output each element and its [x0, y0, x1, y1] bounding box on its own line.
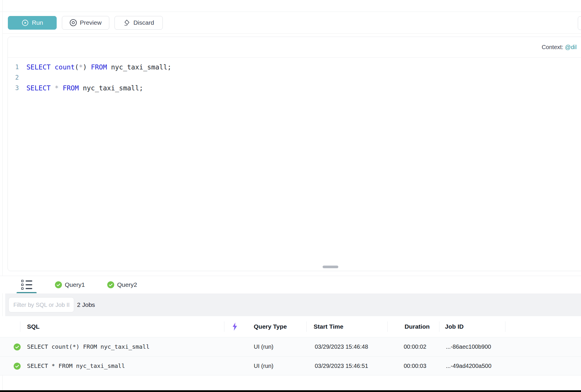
eraser-icon [123, 19, 130, 26]
header-start-time: Start Time [314, 316, 343, 337]
clipped-toolbar-button[interactable] [578, 16, 581, 30]
header-job-id: Job ID [445, 316, 464, 337]
preview-icon [70, 19, 77, 26]
success-check-icon [107, 281, 114, 288]
jobs-table-header: SQL Query Type Start Time Duration Job I… [0, 316, 581, 337]
discard-button-label: Discard [133, 19, 154, 26]
context-caption: Context: @dil [542, 44, 577, 51]
table-row[interactable]: SELECT * FROM nyc_taxi_small UI (run) 03… [0, 356, 581, 375]
sql-editor-card: Context: @dil 1 SELECT count(*) FROM nyc… [8, 37, 581, 271]
active-tab-underline [17, 292, 37, 293]
header-query-type: Query Type [254, 316, 287, 337]
tab-query1[interactable]: Query1 [55, 276, 85, 293]
header-duration: Duration [405, 316, 430, 337]
column-resize-handle [387, 321, 388, 332]
play-circle-icon [22, 19, 29, 26]
jobs-count: 2 Jobs [77, 293, 95, 316]
cell-start-time: 03/29/2023 15:46:48 [315, 337, 368, 356]
jobs-table: SQL Query Type Start Time Duration Job I… [0, 316, 581, 375]
panel-resize-handle[interactable] [323, 266, 338, 268]
success-check-icon [14, 343, 21, 350]
tab-label: Query1 [65, 281, 85, 288]
column-resize-handle [20, 321, 20, 332]
code-lines: 1 SELECT count(*) FROM nyc_taxi_small; 2… [8, 62, 581, 93]
cell-sql: SELECT * FROM nyc_taxi_small [27, 357, 125, 375]
cell-sql: SELECT count(*) FROM nyc_taxi_small [27, 337, 149, 356]
run-button-label: Run [32, 19, 43, 26]
tab-label: Query2 [117, 281, 137, 288]
tab-job-list[interactable] [14, 276, 40, 293]
success-check-icon [14, 363, 21, 370]
preview-button-label: Preview [80, 19, 102, 26]
line-number: 2 [8, 72, 19, 83]
code-line: 2 [8, 72, 581, 83]
code-text: SELECT count(*) FROM nyc_taxi_small; [26, 62, 171, 72]
column-resize-handle [505, 321, 505, 332]
sql-code-editor[interactable]: 1 SELECT count(*) FROM nyc_taxi_small; 2… [8, 58, 581, 93]
cell-duration: 00:00:02 [404, 337, 426, 356]
column-resize-handle [439, 321, 439, 332]
table-row[interactable]: SELECT count(*) FROM nyc_taxi_small UI (… [0, 337, 581, 356]
query-tabs: Query1 Query2 [55, 276, 137, 293]
filter-input[interactable] [8, 297, 74, 312]
editor-toolbar: Run Preview Discard [3, 12, 581, 34]
header-sql: SQL [27, 316, 40, 337]
jobs-filter-bar: 2 Jobs [5, 293, 581, 316]
cell-query-type: UI (run) [254, 357, 273, 375]
context-label: Context: [542, 44, 563, 50]
run-button[interactable]: Run [8, 16, 57, 30]
cell-job-id: ...-86aec100b900 [446, 337, 491, 356]
preview-button[interactable]: Preview [62, 16, 109, 30]
bottom-screen-edge [0, 390, 581, 392]
code-line: 1 SELECT count(*) FROM nyc_taxi_small; [8, 62, 581, 72]
cell-start-time: 03/29/2023 15:46:51 [315, 357, 368, 375]
jobs-table-body: SELECT count(*) FROM nyc_taxi_small UI (… [0, 337, 581, 375]
cell-query-type: UI (run) [254, 337, 273, 356]
cell-duration: 00:00:03 [404, 357, 426, 375]
sql-worksheet-page: Run Preview Discard Context: @dil [0, 0, 581, 392]
line-number: 1 [8, 62, 19, 72]
discard-button[interactable]: Discard [115, 16, 163, 30]
tab-query2[interactable]: Query2 [107, 276, 137, 293]
code-text: SELECT * FROM nyc_taxi_small; [26, 83, 143, 93]
column-resize-handle [306, 321, 307, 332]
column-resize-handle [224, 321, 224, 332]
editor-context-bar: Context: @dil [8, 37, 581, 58]
cell-job-id: ...-49ad4200a500 [446, 357, 491, 375]
lightning-icon [231, 322, 239, 331]
line-number: 3 [8, 83, 19, 93]
list-icon [21, 280, 32, 290]
results-tabs-bar: Query1 Query2 [0, 276, 581, 293]
success-check-icon [55, 281, 62, 288]
context-link[interactable]: @dil [565, 44, 577, 50]
code-line: 3 SELECT * FROM nyc_taxi_small; [8, 83, 581, 93]
